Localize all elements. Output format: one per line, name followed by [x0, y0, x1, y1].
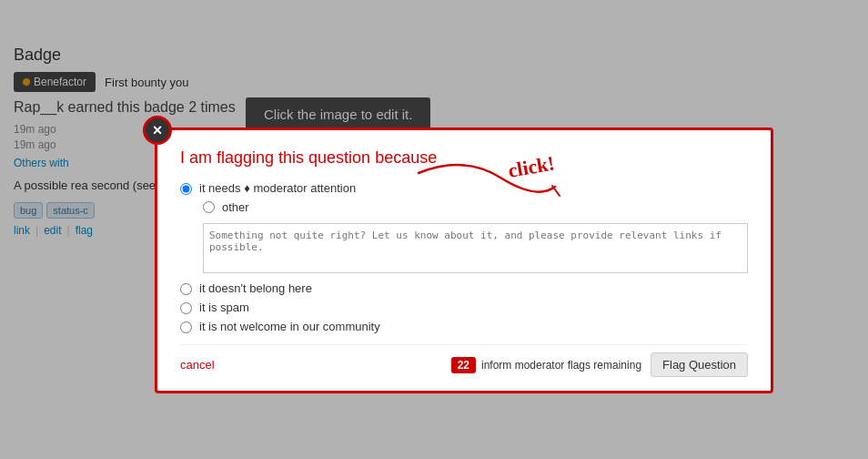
radio-option-not-welcome: it is not welcome in our community [180, 320, 748, 333]
flags-remaining: 22 inform moderator flags remaining [451, 357, 641, 373]
sub-radio-other: other [203, 200, 748, 214]
modal-close-button[interactable]: × [143, 116, 172, 145]
radio-option-doesnt-belong: it doesn't belong here [180, 281, 748, 295]
radio-moderator-label[interactable]: it needs ♦ moderator attention [199, 181, 356, 195]
flag-modal: × I am flagging this question because it… [155, 128, 773, 393]
radio-spam-label[interactable]: it is spam [199, 301, 249, 314]
modal-footer: cancel 22 inform moderator flags remaini… [180, 344, 748, 377]
flag-count-badge: 22 [451, 357, 476, 373]
radio-other[interactable] [203, 201, 215, 213]
flag-textarea[interactable] [203, 223, 748, 273]
radio-group-main: it needs ♦ moderator attention other it … [180, 181, 748, 333]
radio-option-moderator: it needs ♦ moderator attention [180, 181, 748, 195]
radio-option-spam: it is spam [180, 301, 748, 314]
radio-other-label[interactable]: other [222, 200, 249, 214]
radio-doesnt-belong-label[interactable]: it doesn't belong here [199, 281, 312, 295]
modal-title: I am flagging this question because [180, 148, 748, 168]
sub-options: other [203, 200, 748, 276]
radio-not-welcome-label[interactable]: it is not welcome in our community [199, 320, 380, 333]
footer-right: 22 inform moderator flags remaining Flag… [451, 352, 748, 377]
radio-moderator[interactable] [180, 183, 192, 195]
flag-question-button[interactable]: Flag Question [651, 352, 748, 377]
radio-doesnt-belong[interactable] [180, 283, 192, 295]
radio-not-welcome[interactable] [180, 321, 192, 333]
radio-spam[interactable] [180, 302, 192, 314]
flags-remaining-text: inform moderator flags remaining [481, 359, 641, 372]
cancel-button[interactable]: cancel [180, 358, 215, 372]
